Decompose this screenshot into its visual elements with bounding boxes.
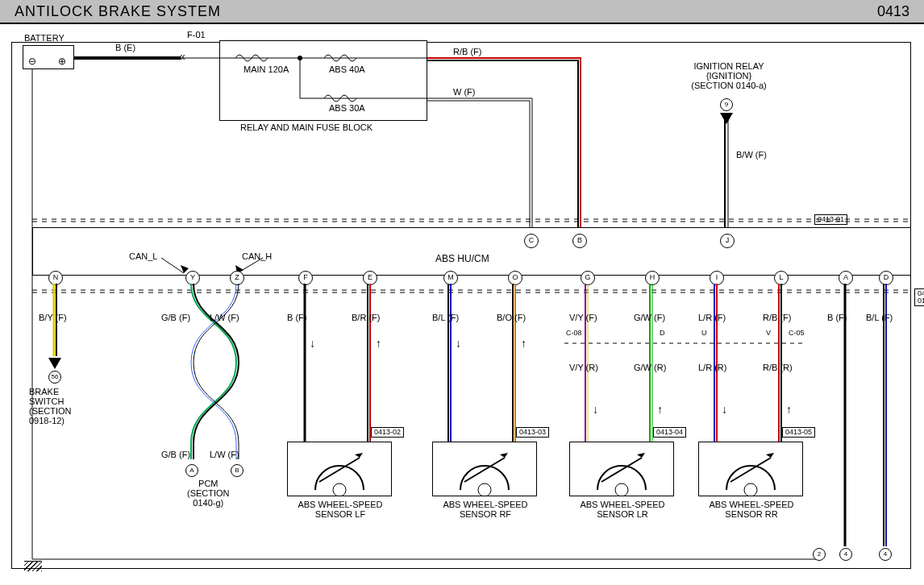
wl-gw-r: G/W (R) — [634, 363, 666, 372]
diagram-title: ANTILOCK BRAKE SYSTEM — [15, 3, 221, 20]
wl-y: G/B (F) — [161, 313, 190, 322]
ground-pin-2: 2 — [813, 548, 826, 561]
sensor-lf-label: ABS WHEEL-SPEED SENSOR LF — [292, 500, 389, 519]
pin-n: N — [48, 271, 63, 285]
pin-m: M — [443, 271, 458, 285]
wl-n: B/Y (F) — [39, 313, 67, 322]
arrow-e-up: ↑ — [376, 337, 381, 350]
ref-lr: 0413-04 — [653, 427, 686, 438]
ground-icon — [24, 561, 42, 572]
svg-point-38 — [333, 483, 346, 496]
battery-wire — [74, 48, 219, 73]
svg-point-42 — [615, 483, 628, 496]
fuse-abs40-label: ABS 40A — [329, 64, 365, 74]
conn-u-label: U — [701, 329, 707, 337]
brake-switch-pin: 56 — [48, 371, 61, 384]
connector-icon: « — [179, 50, 185, 63]
wl-f: B (F) — [287, 313, 306, 322]
wl-g: V/Y (F) — [569, 313, 597, 322]
fuse-block-label: RELAY AND MAIN FUSE BLOCK — [240, 122, 373, 132]
conn-c08-label: C-08 — [566, 329, 582, 337]
sensor-lr-label: ABS WHEEL-SPEED SENSOR LR — [574, 500, 671, 519]
battery-pos-icon: ⊕ — [58, 56, 66, 67]
ground-pin-4a: 4 — [839, 548, 852, 561]
pin-o: O — [508, 271, 522, 285]
conn-break-bot — [32, 287, 911, 298]
sensor-rr-icon — [698, 442, 803, 496]
battery-conn-label: F-01 — [187, 30, 206, 39]
conn-break-top — [32, 216, 911, 227]
wl-lw2: L/W (F) — [210, 450, 239, 459]
fuse-main-label: MAIN 120A — [243, 64, 289, 74]
can-l-label: CAN_L — [129, 251, 157, 261]
battery-wire-label: B (E) — [115, 43, 135, 52]
wire-w-f-label: W (F) — [453, 87, 475, 97]
pin-z: Z — [230, 271, 244, 285]
wl-m: B/L (F) — [432, 313, 459, 322]
wl-o: B/O (F) — [497, 313, 526, 322]
title-bar: ANTILOCK BRAKE SYSTEM 0413 — [0, 0, 924, 24]
wire-rb-f-label: R/B (F) — [453, 47, 481, 56]
svg-line-15 — [161, 258, 184, 273]
arrow-i-down: ↓ — [722, 403, 727, 416]
wl-e: B/R (F) — [352, 313, 380, 322]
fuse-abs30-label: ABS 30A — [329, 103, 365, 113]
pin-c: C — [524, 234, 539, 248]
sensor-rr-label: ABS WHEEL-SPEED SENSOR RR — [703, 500, 800, 519]
ground-pin-4b: 4 — [879, 548, 892, 561]
wiring-diagram-page: ANTILOCK BRAKE SYSTEM 0413 BATTERY ⊖ ⊕ B… — [0, 0, 924, 585]
arrow-g-down: ↓ — [593, 403, 598, 416]
wl-vy-r: V/Y (R) — [569, 363, 598, 372]
arrow-o-up: ↑ — [521, 337, 527, 350]
page-number: 0413 — [877, 3, 909, 20]
svg-point-40 — [478, 483, 491, 496]
arrow-m-down: ↓ — [456, 337, 461, 350]
pin-e: E — [363, 271, 377, 285]
ignition-pin: 9 — [720, 98, 733, 111]
ref-bot: 0413-01 — [914, 288, 924, 306]
pin-d: D — [879, 271, 893, 285]
ref-lf: 0413-02 — [371, 427, 404, 438]
wl-gb2: G/B (F) — [161, 450, 190, 459]
ref-rr: 0413-05 — [782, 427, 815, 438]
wl-l: R/B (F) — [763, 313, 791, 322]
pin-f: F — [298, 271, 313, 285]
pin-i: I — [710, 271, 724, 285]
pcm-pin-b: B — [231, 464, 243, 477]
sensor-rf-icon — [432, 442, 537, 496]
pin-b: B — [572, 234, 587, 248]
sensor-rf-label: ABS WHEEL-SPEED SENSOR RF — [437, 500, 534, 519]
arrow-l-up: ↑ — [786, 403, 792, 416]
ignition-triangle-icon — [720, 113, 733, 124]
sensor-lr-icon — [569, 442, 674, 496]
conn-break-c08 — [564, 338, 806, 348]
conn-d-label: D — [660, 329, 665, 337]
ignition-relay-label: IGNITION RELAY {IGNITION} (SECTION 0140-… — [672, 61, 785, 90]
fuse-block-internals — [219, 40, 427, 121]
pin-y: Y — [185, 271, 200, 285]
ignition-wire-label: B/W (F) — [736, 150, 767, 160]
arrow-h-up: ↑ — [657, 403, 663, 416]
sensor-lf-icon — [287, 442, 392, 496]
battery-label: BATTERY — [24, 33, 65, 43]
wl-a: B (F) — [827, 313, 847, 322]
arrow-f-down: ↓ — [310, 337, 315, 350]
wl-z: L/W (F) — [210, 313, 239, 322]
wl-i: L/R (F) — [698, 313, 726, 322]
wl-lr-r: L/R (R) — [698, 363, 726, 372]
battery-neg-icon: ⊖ — [28, 56, 36, 67]
pcm-label: PCM (SECTION 0140-g) — [187, 479, 230, 508]
abs-module-label: ABS HU/CM — [435, 253, 489, 264]
ref-rf: 0413-03 — [516, 427, 549, 438]
wl-d: B/L (F) — [866, 313, 893, 322]
pin-g: G — [581, 271, 595, 285]
conn-c05-label: C-05 — [789, 329, 805, 337]
brake-switch-label: BRAKE SWITCH (SECTION 0918-12) — [29, 387, 72, 425]
pin-j: J — [720, 234, 735, 248]
wl-rb-r: R/B (R) — [763, 363, 793, 372]
pin-l: L — [774, 271, 789, 285]
pin-a: A — [839, 271, 853, 285]
svg-point-44 — [744, 483, 757, 496]
conn-v-label: V — [766, 329, 771, 337]
brake-switch-triangle-icon — [48, 358, 61, 369]
